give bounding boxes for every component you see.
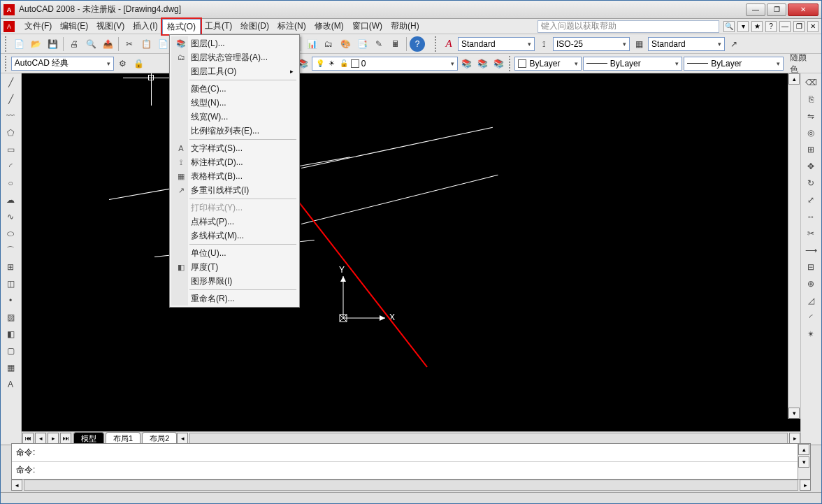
help-search-input[interactable]: 键入问题以获取帮助 (538, 20, 719, 33)
plot-button[interactable]: 🖨 (66, 36, 82, 52)
cut-button[interactable]: ✂ (122, 36, 137, 52)
workspace-combo[interactable]: AutoCAD 经典▾ (11, 57, 114, 71)
polygon-button[interactable]: ⬠ (3, 125, 18, 141)
favorites-icon[interactable]: ★ (751, 21, 763, 32)
drawing-canvas[interactable]: X Y ▴ ▾ (22, 73, 800, 431)
explode-button[interactable]: ✴ (803, 326, 819, 342)
scroll-down-button[interactable]: ▾ (788, 408, 800, 419)
insert-button[interactable]: ⊞ (3, 259, 18, 275)
menu-item-dim-style[interactable]: ⟟标注样式(D)... (171, 155, 298, 169)
doc-restore-button[interactable]: ❐ (793, 21, 805, 32)
menu-window[interactable]: 窗口(W) (348, 19, 387, 34)
mleader-icon[interactable]: ↗ (726, 36, 742, 52)
erase-button[interactable]: ⌫ (803, 75, 819, 90)
menu-tools[interactable]: 工具(T) (201, 19, 236, 34)
scroll-right-button[interactable]: ▸ (800, 480, 811, 491)
stretch-button[interactable]: ↔ (803, 209, 819, 224)
paste-button[interactable]: 📄 (155, 36, 171, 52)
pline-button[interactable]: 〰 (3, 108, 18, 124)
menu-item-point-style[interactable]: 点样式(P)... (171, 215, 298, 229)
menu-draw[interactable]: 绘图(D) (236, 19, 273, 34)
menu-item-scale-list[interactable]: 比例缩放列表(E)... (171, 124, 298, 138)
join-button[interactable]: ⊕ (803, 276, 819, 291)
menu-file[interactable]: 文件(F) (20, 19, 56, 34)
offset-button[interactable]: ◎ (803, 125, 819, 141)
scroll-left-button[interactable]: ◂ (177, 433, 188, 444)
menu-item-rename[interactable]: 重命名(R)... (171, 291, 298, 305)
menu-item-thickness[interactable]: ◧厚度(T) (171, 260, 298, 274)
trim-button[interactable]: ✂ (803, 226, 819, 241)
command-scrollbar-horizontal[interactable] (24, 480, 798, 491)
region-button[interactable]: ▢ (3, 343, 18, 359)
fillet-button[interactable]: ◜ (803, 310, 819, 325)
ellipse-arc-button[interactable]: ⌒ (3, 243, 18, 258)
command-scrollbar-vertical[interactable]: ▴ ▾ (798, 444, 810, 479)
scroll-up-button[interactable]: ▴ (788, 73, 800, 85)
block-button[interactable]: ◫ (3, 276, 18, 291)
doc-close-button[interactable]: ✕ (807, 21, 819, 32)
menu-dimension[interactable]: 标注(N) (273, 19, 310, 34)
save-button[interactable]: 💾 (45, 36, 60, 52)
menu-item-mline-style[interactable]: 多线样式(M)... (171, 229, 298, 243)
table-style-combo[interactable]: Standard▾ (648, 37, 725, 51)
copy-obj-button[interactable]: ⎘ (803, 92, 819, 107)
point-button[interactable]: • (3, 293, 18, 308)
dcenter-button[interactable]: 🗂 (321, 36, 336, 52)
menu-item-lineweight[interactable]: 线宽(W)... (171, 110, 298, 124)
menu-item-linetype[interactable]: 线型(N)... (171, 96, 298, 110)
toolbar-grip[interactable] (5, 36, 8, 52)
tab-model[interactable]: 模型 (73, 432, 104, 445)
linetype-combo[interactable]: ByLayer▾ (583, 57, 683, 71)
menu-item-limits[interactable]: 图形界限(I) (171, 274, 298, 288)
help-icon[interactable]: ? (765, 21, 777, 32)
xline-button[interactable]: ╱ (3, 92, 18, 107)
calc-button[interactable]: 🖩 (388, 36, 403, 52)
menu-item-layer[interactable]: 📚图层(L)... (171, 36, 298, 50)
hatch-button[interactable]: ▨ (3, 310, 18, 325)
rectangle-button[interactable]: ▭ (3, 142, 18, 157)
minimize-button[interactable]: — (746, 3, 765, 16)
help-button[interactable]: ? (410, 36, 425, 52)
publish-button[interactable]: 📤 (100, 36, 115, 52)
layer-combo[interactable]: 💡 ☀ 🔓 0 ▾ (312, 57, 458, 71)
canvas-scrollbar-horizontal[interactable] (189, 433, 788, 444)
menu-view[interactable]: 视图(V) (92, 19, 129, 34)
menu-insert[interactable]: 插入(I) (129, 19, 161, 34)
menu-modify[interactable]: 修改(M) (310, 19, 348, 34)
properties-button[interactable]: 📊 (304, 36, 319, 52)
comm-center-icon[interactable]: ▾ (737, 21, 749, 32)
scroll-down-button[interactable]: ▾ (798, 456, 809, 468)
preview-button[interactable]: 🔍 (83, 36, 99, 52)
tab-last-button[interactable]: ⏭ (60, 433, 71, 444)
menu-item-mleader-style[interactable]: ↗多重引线样式(I) (171, 183, 298, 197)
dimstyle-icon[interactable]: ⟟ (536, 36, 551, 52)
ellipse-button[interactable]: ⬭ (3, 226, 18, 241)
gradient-button[interactable]: ◧ (3, 326, 18, 342)
scale-button[interactable]: ⤢ (803, 192, 819, 208)
layer-prev-button[interactable]: 📚 (459, 56, 474, 71)
toolpalette-button[interactable]: 🎨 (338, 36, 353, 52)
sheetset-button[interactable]: 📑 (354, 36, 370, 52)
scroll-right-button[interactable]: ▸ (789, 433, 800, 444)
menu-item-units[interactable]: 单位(U)... (171, 246, 298, 260)
menu-edit[interactable]: 编辑(E) (56, 19, 92, 34)
circle-button[interactable]: ○ (3, 175, 18, 191)
move-button[interactable]: ✥ (803, 159, 819, 174)
text-style-combo[interactable]: Standard▾ (458, 37, 535, 51)
toolbar-grip[interactable] (509, 56, 512, 71)
break-button[interactable]: ⊟ (803, 259, 819, 275)
menu-item-color[interactable]: 颜色(C)... (171, 82, 298, 96)
tab-next-button[interactable]: ▸ (48, 433, 59, 444)
extend-button[interactable]: ⟶ (803, 243, 819, 258)
mtext-button[interactable]: A (3, 377, 18, 392)
layer-iso-button[interactable]: 📚 (491, 56, 506, 71)
canvas-scrollbar-vertical[interactable]: ▴ ▾ (788, 73, 800, 419)
array-button[interactable]: ⊞ (803, 142, 819, 157)
new-button[interactable]: 📄 (11, 36, 27, 52)
plotstyle-button[interactable]: 随颜色 (785, 56, 819, 71)
close-button[interactable]: ✕ (788, 3, 819, 16)
lineweight-combo[interactable]: ByLayer▾ (684, 57, 784, 71)
rotate-button[interactable]: ↻ (803, 175, 819, 191)
layer-state-button[interactable]: 📚 (475, 56, 490, 71)
menu-help[interactable]: 帮助(H) (387, 19, 424, 34)
